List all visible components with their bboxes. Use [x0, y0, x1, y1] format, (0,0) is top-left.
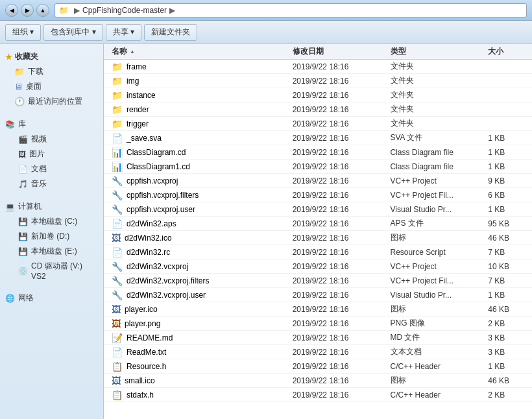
include-library-button[interactable]: 包含到库中 ▾: [43, 24, 103, 41]
table-row[interactable]: 📊 ClassDiagram.cd 2019/9/22 18:16 Class …: [104, 145, 532, 160]
sidebar-item-drive-c[interactable]: 💾 本地磁盘 (C:): [0, 214, 103, 229]
table-row[interactable]: 🔧 d2dWin32.vcxproj.user 2019/9/22 18:16 …: [104, 288, 532, 302]
file-name-text: img: [127, 77, 139, 86]
file-name-text: small.ico: [125, 376, 155, 385]
forward-button[interactable]: ▶: [21, 4, 34, 17]
file-name-text: d2dWin32.vcxproj.filters: [127, 276, 209, 285]
png-icon: 🖼: [112, 318, 121, 329]
table-row[interactable]: 🔧 d2dWin32.vcxproj.filters 2019/9/22 18:…: [104, 274, 532, 288]
col-date-header[interactable]: 修改日期: [287, 46, 385, 57]
col-name-header[interactable]: 名称 ▲: [104, 46, 287, 57]
library-label: 库: [18, 119, 26, 130]
table-row[interactable]: 🔧 cppfish.vcxproj.user 2019/9/22 18:16 V…: [104, 202, 532, 217]
table-row[interactable]: 🖼 player.ico 2019/9/22 18:16 图标 46 KB: [104, 302, 532, 317]
table-row[interactable]: 📋 Resource.h 2019/9/22 18:16 C/C++ Heade…: [104, 359, 532, 374]
file-size-cell: 3 KB: [483, 333, 532, 342]
back-button[interactable]: ◀: [5, 4, 18, 17]
vcxproj-icon: 🔧: [112, 276, 123, 286]
drive-c-label: 本地磁盘 (C:): [31, 216, 77, 227]
table-row[interactable]: 🖼 d2dWin32.ico 2019/9/22 18:16 图标 46 KB: [104, 231, 532, 245]
table-row[interactable]: 📁 img 2019/9/22 18:16 文件夹: [104, 74, 532, 88]
ico-icon: 🖼: [112, 304, 121, 315]
computer-header[interactable]: 💻 计算机: [0, 199, 103, 214]
table-row[interactable]: 📁 frame 2019/9/22 18:16 文件夹: [104, 60, 532, 74]
file-name-text: d2dWin32.ico: [125, 233, 172, 243]
path-arrow: ▶: [74, 6, 80, 15]
vcxproj-icon: 🔧: [112, 190, 123, 200]
download-label: 下载: [28, 66, 43, 77]
file-type-cell: VC++ Project Fil...: [385, 276, 483, 285]
file-date-cell: 2019/9/22 18:16: [287, 248, 385, 257]
table-row[interactable]: 📄 d2dWin32.rc 2019/9/22 18:16 Resource S…: [104, 245, 532, 259]
desktop-icon: 🖥: [14, 82, 23, 91]
computer-icon: 💻: [5, 202, 15, 211]
sidebar-item-drive-d[interactable]: 💾 新加卷 (D:): [0, 229, 103, 244]
file-date-cell: 2019/9/22 18:16: [287, 305, 385, 314]
file-size-cell: 46 KB: [483, 376, 532, 385]
table-row[interactable]: 📝 README.md 2019/9/22 18:16 MD 文件 3 KB: [104, 331, 532, 345]
sidebar-item-music[interactable]: 🎵 音乐: [0, 176, 103, 191]
sidebar-item-drive-e[interactable]: 💾 本地磁盘 (E:): [0, 244, 103, 259]
table-row[interactable]: 📄 d2dWin32.aps 2019/9/22 18:16 APS 文件 95…: [104, 217, 532, 231]
share-button[interactable]: 共享 ▾: [106, 24, 141, 41]
col-name-label: 名称: [112, 46, 127, 57]
file-type-cell: 图标: [385, 304, 483, 315]
sidebar-item-image[interactable]: 🖼 图片: [0, 147, 103, 162]
sidebar-item-video[interactable]: 🎬 视频: [0, 132, 103, 147]
up-button[interactable]: ▲: [36, 4, 49, 17]
file-list-header: 名称 ▲ 修改日期 类型 大小: [104, 44, 532, 60]
file-type-cell: C/C++ Header: [385, 390, 483, 400]
file-type-cell: Resource Script: [385, 248, 483, 257]
new-folder-button[interactable]: 新建文件夹: [144, 24, 197, 41]
table-row[interactable]: 🔧 cppfish.vcxproj 2019/9/22 18:16 VC++ P…: [104, 174, 532, 188]
organize-button[interactable]: 组织 ▾: [5, 24, 41, 41]
table-row[interactable]: 📋 stdafx.h 2019/9/22 18:16 C/C++ Header …: [104, 388, 532, 402]
table-row[interactable]: 📄 ReadMe.txt 2019/9/22 18:16 文本文档 3 KB: [104, 345, 532, 359]
path-current: CppFishingCode-master: [82, 6, 167, 15]
folder-icon: 📁: [112, 119, 123, 129]
file-name-text: Resource.h: [127, 362, 166, 371]
table-row[interactable]: 🔧 cppfish.vcxproj.filters 2019/9/22 18:1…: [104, 188, 532, 202]
table-row[interactable]: 🔧 d2dWin32.vcxproj 2019/9/22 18:16 VC++ …: [104, 259, 532, 274]
file-size-cell: 1 KB: [483, 291, 532, 300]
video-label: 视频: [31, 134, 47, 145]
sidebar-item-doc[interactable]: 📄 文档: [0, 162, 103, 176]
network-header[interactable]: 🌐 网络: [0, 291, 103, 305]
vcxproj-icon: 🔧: [112, 176, 123, 186]
file-type-cell: 文件夹: [385, 90, 483, 101]
col-size-header[interactable]: 大小: [483, 46, 532, 57]
table-row[interactable]: 📄 _save.sva 2019/9/22 18:16 SVA 文件 1 KB: [104, 131, 532, 145]
table-row[interactable]: 📁 render 2019/9/22 18:16 文件夹: [104, 102, 532, 117]
sidebar-item-recent[interactable]: 🕐 最近访问的位置: [0, 94, 103, 109]
sidebar-item-desktop[interactable]: 🖥 桌面: [0, 79, 103, 94]
sva-icon: 📄: [112, 133, 123, 143]
vcxproj-icon: 🔧: [112, 204, 123, 215]
file-name-text: cppfish.vcxproj.user: [127, 205, 195, 214]
sidebar-item-download[interactable]: 📁 下载: [0, 64, 103, 79]
col-type-header[interactable]: 类型: [385, 46, 483, 57]
image-label: 图片: [29, 149, 45, 160]
table-row[interactable]: 🖼 player.png 2019/9/22 18:16 PNG 图像 2 KB: [104, 317, 532, 331]
file-name-cell: 📄 _save.sva: [104, 133, 287, 143]
library-header[interactable]: 📚 库: [0, 117, 103, 132]
folder-icon: 📁: [59, 6, 69, 15]
music-icon: 🎵: [18, 180, 28, 189]
sidebar-item-drive-v[interactable]: 💿 CD 驱动器 (V:) VS2: [0, 259, 103, 283]
table-row[interactable]: 📁 trigger 2019/9/22 18:16 文件夹: [104, 117, 532, 131]
h-icon: 📋: [112, 390, 123, 400]
address-bar[interactable]: 📁 ▶ CppFishingCode-master ▶: [54, 3, 527, 18]
table-row[interactable]: 📁 instance 2019/9/22 18:16 文件夹: [104, 88, 532, 102]
file-date-cell: 2019/9/22 18:16: [287, 376, 385, 385]
favorites-header[interactable]: ★ 收藏夹: [0, 49, 103, 64]
table-row[interactable]: 🖼 small.ico 2019/9/22 18:16 图标 46 KB: [104, 374, 532, 388]
drive-d-icon: 💾: [18, 232, 28, 241]
file-size-cell: 1 KB: [483, 162, 532, 171]
file-date-cell: 2019/9/22 18:16: [287, 77, 385, 86]
h-icon: 📋: [112, 361, 123, 372]
file-size-cell: 6 KB: [483, 191, 532, 200]
table-row[interactable]: 📊 ClassDiagram1.cd 2019/9/22 18:16 Class…: [104, 160, 532, 174]
txt-icon: 📄: [112, 347, 123, 357]
doc-label: 文档: [31, 163, 47, 174]
file-name-text: d2dWin32.aps: [127, 219, 176, 228]
folder-icon: 📁: [14, 67, 25, 77]
